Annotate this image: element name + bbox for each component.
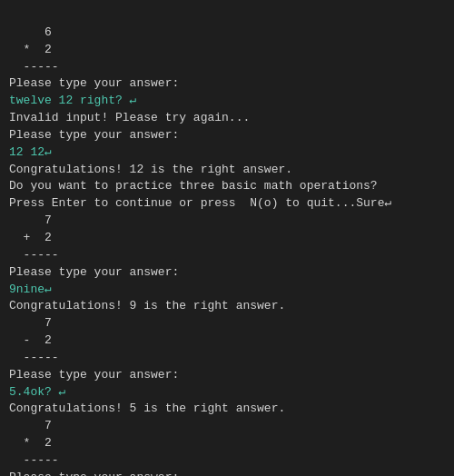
terminal-line: Congratulations! 12 is the right answer. [9,163,292,176]
terminal-line: * 2 [9,43,52,56]
terminal-line: Please type your answer: [9,76,179,90]
terminal-line: Please type your answer: [9,368,179,382]
terminal-line: Congratulations! 9 is the right answer. [9,299,285,312]
terminal-line: Please type your answer: [9,471,179,476]
terminal-line: 12 12↵ [9,145,52,159]
terminal-line: 7 [9,316,52,330]
terminal-line: * 2 [9,436,52,450]
terminal-line: 6 [9,25,52,39]
terminal-line: twelve 12 right? ↵ [9,94,136,107]
terminal-line: 7 [9,419,52,432]
terminal-line: 7 [9,213,52,227]
terminal-line: Please type your answer: [9,265,179,279]
terminal-line: Please type your answer: [9,128,179,142]
terminal-line: ----- [9,351,59,364]
terminal-line: - 2 [9,333,52,347]
terminal-line: ----- [9,453,59,467]
terminal-line: ----- [9,60,59,74]
terminal-line: Do you want to practice three basic math… [9,179,378,193]
terminal-line: 9nine↵ [9,283,52,296]
terminal-line: ----- [9,248,59,262]
terminal-line: Press Enter to continue or press N(o) to… [9,196,391,210]
terminal-line: Invalid input! Please try again... [9,111,250,124]
terminal-line: 5.4ok? ↵ [9,385,65,399]
terminal-output: 6 * 2 ----- Please type your answer: twe… [9,7,445,476]
terminal-line: Congratulations! 5 is the right answer. [9,402,285,415]
terminal-line: + 2 [9,231,52,244]
